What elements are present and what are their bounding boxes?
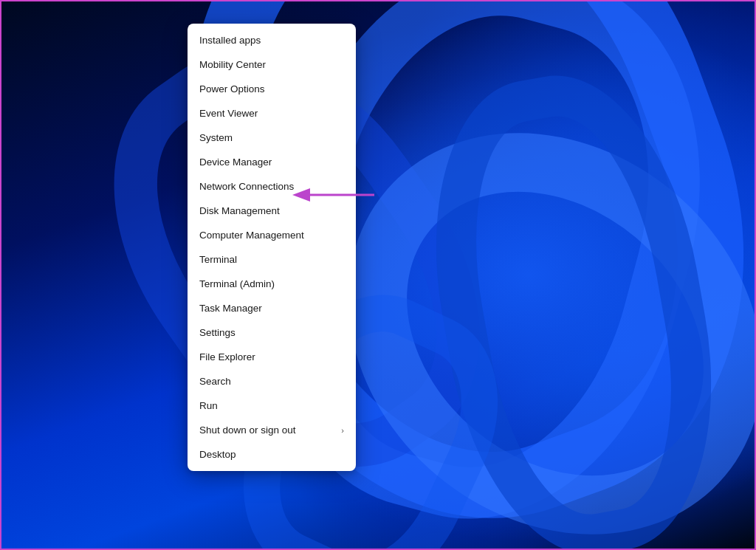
menu-label-disk-management: Disk Management — [199, 205, 280, 216]
menu-label-settings: Settings — [199, 327, 236, 338]
menu-item-file-explorer[interactable]: File Explorer — [188, 345, 356, 369]
menu-item-run[interactable]: Run — [188, 393, 356, 418]
menu-item-desktop[interactable]: Desktop — [188, 442, 356, 467]
menu-item-event-viewer[interactable]: Event Viewer — [188, 101, 356, 126]
menu-item-computer-management[interactable]: Computer Management — [188, 223, 356, 247]
menu-label-task-manager: Task Manager — [199, 303, 262, 314]
menu-label-event-viewer: Event Viewer — [199, 108, 258, 119]
chevron-right-icon: › — [341, 426, 344, 435]
menu-item-system[interactable]: System — [188, 126, 356, 150]
menu-label-installed-apps: Installed apps — [199, 35, 261, 46]
menu-label-system: System — [199, 132, 233, 143]
menu-item-shut-down[interactable]: Shut down or sign out› — [188, 418, 356, 442]
desktop-background — [1, 1, 755, 549]
menu-label-desktop: Desktop — [199, 449, 236, 460]
menu-label-mobility-center: Mobility Center — [199, 59, 266, 70]
context-menu: Installed appsMobility CenterPower Optio… — [188, 24, 356, 471]
menu-item-mobility-center[interactable]: Mobility Center — [188, 52, 356, 77]
menu-item-settings[interactable]: Settings — [188, 320, 356, 345]
menu-label-network-connections: Network Connections — [199, 181, 294, 192]
menu-item-device-manager[interactable]: Device Manager — [188, 150, 356, 174]
menu-item-search[interactable]: Search — [188, 369, 356, 393]
menu-item-power-options[interactable]: Power Options — [188, 77, 356, 101]
menu-label-file-explorer: File Explorer — [199, 351, 255, 362]
menu-item-installed-apps[interactable]: Installed apps — [188, 28, 356, 52]
menu-item-network-connections[interactable]: Network Connections — [188, 174, 356, 199]
menu-item-task-manager[interactable]: Task Manager — [188, 296, 356, 320]
menu-label-terminal: Terminal — [199, 254, 237, 265]
menu-item-disk-management[interactable]: Disk Management — [188, 199, 356, 223]
menu-label-computer-management: Computer Management — [199, 230, 304, 241]
menu-item-terminal-admin[interactable]: Terminal (Admin) — [188, 272, 356, 296]
menu-item-terminal[interactable]: Terminal — [188, 247, 356, 272]
menu-label-power-options: Power Options — [199, 83, 265, 94]
menu-label-run: Run — [199, 400, 218, 411]
menu-label-terminal-admin: Terminal (Admin) — [199, 278, 275, 289]
menu-label-search: Search — [199, 376, 231, 387]
menu-label-shut-down: Shut down or sign out — [199, 424, 296, 436]
menu-label-device-manager: Device Manager — [199, 157, 272, 168]
